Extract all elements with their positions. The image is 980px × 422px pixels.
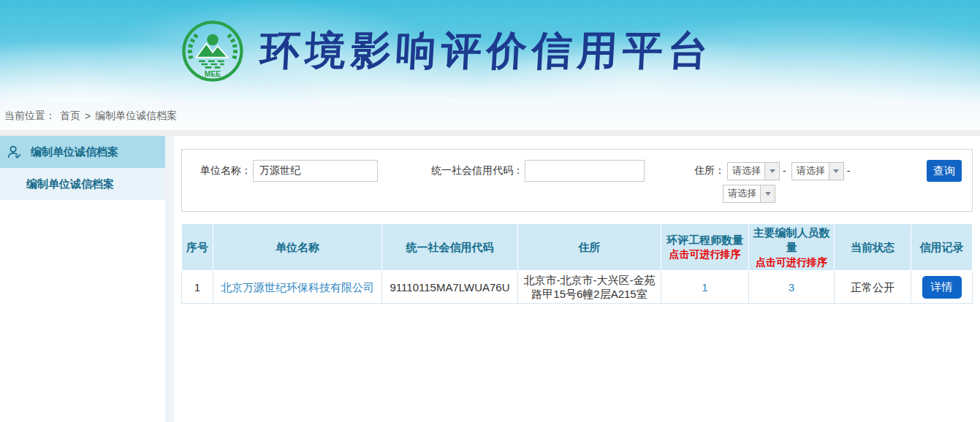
cell-index: 1 [182, 271, 213, 304]
table-header-row: 序号 单位名称 统一社会信用代码 住所 环评工程师数量 点击可进行排序 主要编制… [182, 224, 973, 271]
col-credit-code: 统一社会信用代码 [382, 224, 518, 271]
user-check-icon [6, 144, 22, 160]
sidebar-item-label: 编制单位诚信档案 [31, 145, 118, 159]
cell-address: 北京市-北京市-大兴区-金苑路甲15号6幢2层A215室 [518, 271, 661, 304]
detail-button[interactable]: 详情 [922, 276, 962, 299]
site-header: MEE 环境影响评价信用平台 [0, 0, 980, 102]
sidebar-subitem-credit-archive[interactable]: 编制单位诚信档案 [0, 168, 165, 200]
table-row: 1 北京万源世纪环保科技有限公司 91110115MA7LWUA76U 北京市-… [182, 271, 973, 304]
col-staff-count-sortable[interactable]: 主要编制人员数量 点击可进行排序 [749, 224, 835, 271]
col-credit-record: 信用记录 [911, 224, 973, 271]
district-select[interactable]: 请选择 [723, 185, 775, 203]
address-label: 住所： [694, 164, 725, 177]
col-index: 序号 [182, 224, 213, 271]
col-engineer-count-sortable[interactable]: 环评工程师数量 点击可进行排序 [661, 224, 749, 271]
sort-hint: 点击可进行排序 [751, 256, 832, 269]
results-table: 序号 单位名称 统一社会信用代码 住所 环评工程师数量 点击可进行排序 主要编制… [181, 223, 973, 304]
province-select[interactable]: 请选择 [727, 162, 780, 180]
company-name-link[interactable]: 北京万源世纪环保科技有限公司 [221, 281, 374, 294]
sidebar-main-divider [165, 136, 174, 422]
breadcrumb-prefix: 当前位置： [4, 110, 56, 123]
dash-separator: - [847, 165, 851, 177]
engineer-count-link[interactable]: 1 [702, 281, 707, 294]
credit-code-label: 统一社会信用代码： [426, 164, 523, 177]
sidebar-item-credit-archive[interactable]: 编制单位诚信档案 [0, 136, 165, 168]
cell-credit-code: 91110115MA7LWUA76U [382, 271, 518, 304]
city-select[interactable]: 请选择 [791, 162, 844, 180]
cell-status: 正常公开 [835, 271, 911, 304]
chevron-down-icon[interactable] [760, 185, 775, 202]
chevron-down-icon[interactable] [764, 163, 779, 180]
col-status: 当前状态 [835, 224, 911, 271]
dash-separator: - [783, 165, 786, 177]
staff-count-link[interactable]: 3 [789, 281, 794, 294]
col-address: 住所 [518, 224, 661, 271]
search-form: 单位名称： 统一社会信用代码： 住所： 请选择 - 请选择 - 查询 [181, 149, 973, 212]
main-content: 单位名称： 统一社会信用代码： 住所： 请选择 - 请选择 - 查询 [174, 136, 980, 422]
breadcrumb-separator: > [85, 110, 91, 122]
logo-text: MEE [205, 70, 221, 78]
sidebar-subitem-label: 编制单位诚信档案 [26, 177, 114, 191]
breadcrumb-home-link[interactable]: 首页 [60, 110, 80, 123]
sort-hint: 点击可进行排序 [663, 248, 747, 261]
company-name-label: 单位名称： [197, 164, 251, 177]
site-title: 环境影响评价信用平台 [259, 24, 715, 78]
sidebar: 编制单位诚信档案 编制单位诚信档案 [0, 136, 165, 422]
province-select-value: 请选择 [728, 163, 764, 180]
city-select-value: 请选择 [792, 163, 829, 180]
mee-logo: MEE [181, 20, 244, 83]
breadcrumb-divider [0, 130, 980, 136]
chevron-down-icon[interactable] [829, 163, 843, 180]
breadcrumb: 当前位置： 首页 > 编制单位诚信档案 [0, 102, 980, 130]
company-name-input[interactable] [253, 160, 378, 182]
col-company-name: 单位名称 [213, 224, 382, 271]
breadcrumb-current: 编制单位诚信档案 [95, 110, 177, 123]
district-select-value: 请选择 [723, 185, 760, 202]
credit-code-input[interactable] [525, 160, 645, 182]
query-button[interactable]: 查询 [927, 160, 962, 182]
